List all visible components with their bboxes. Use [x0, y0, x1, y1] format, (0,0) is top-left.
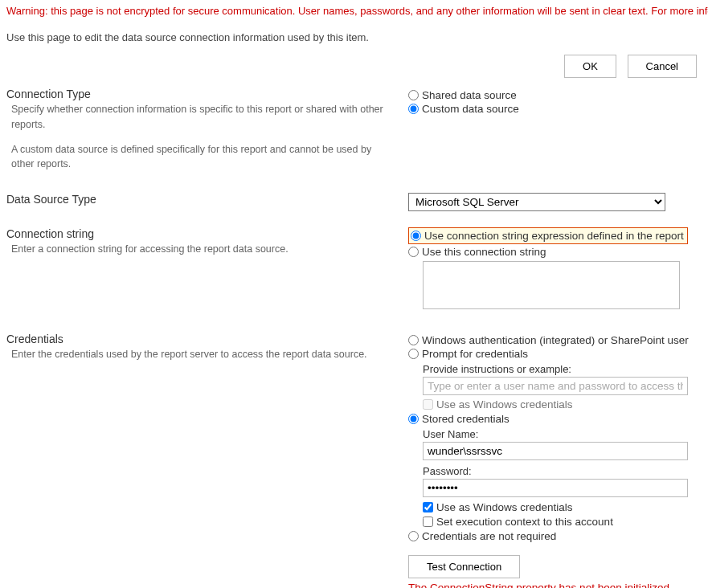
- custom-radio-input[interactable]: [408, 104, 419, 114]
- set-execution-context-checkbox-input[interactable]: [423, 517, 433, 527]
- credentials-not-required-radio-label: Credentials are not required: [422, 530, 556, 542]
- credentials-not-required-radio-input[interactable]: [408, 531, 419, 541]
- connection-type-title: Connection Type: [6, 88, 392, 100]
- shared-data-source-radio[interactable]: Shared data source: [408, 89, 702, 101]
- prompt-instructions-label: Provide instructions or example:: [423, 363, 702, 375]
- username-input[interactable]: [423, 442, 688, 460]
- prompt-instructions-input[interactable]: [423, 377, 688, 395]
- connection-string-textarea[interactable]: [423, 261, 680, 309]
- connection-string-desc: Enter a connection string for accessing …: [6, 242, 392, 257]
- conn-expression-radio[interactable]: Use connection string expression defined…: [411, 230, 684, 242]
- stored-use-windows-checkbox-input[interactable]: [423, 502, 433, 512]
- shared-radio-label: Shared data source: [422, 89, 517, 101]
- conn-expression-radio-label: Use connection string expression defined…: [424, 230, 684, 242]
- data-source-type-select[interactable]: Microsoft SQL Server: [408, 193, 665, 211]
- prompt-credentials-radio-label: Prompt for credentials: [422, 348, 528, 360]
- password-input[interactable]: [423, 479, 688, 497]
- stored-use-windows-checkbox-label: Use as Windows credentials: [436, 501, 573, 513]
- password-label: Password:: [423, 465, 702, 477]
- test-connection-button[interactable]: Test Connection: [408, 555, 520, 578]
- stored-credentials-radio[interactable]: Stored credentials: [408, 413, 702, 425]
- stored-credentials-radio-label: Stored credentials: [422, 413, 510, 425]
- shared-radio-input[interactable]: [408, 90, 419, 100]
- windows-auth-radio-label: Windows authentication (integrated) or S…: [422, 334, 689, 346]
- conn-expression-radio-input[interactable]: [411, 231, 421, 241]
- stored-credentials-radio-input[interactable]: [408, 414, 419, 424]
- error-message: The ConnectionString property has not be…: [408, 582, 702, 588]
- custom-radio-label: Custom data source: [422, 103, 519, 115]
- windows-auth-radio-input[interactable]: [408, 335, 419, 345]
- connection-type-desc: Specify whether connection information i…: [6, 102, 392, 133]
- prompt-use-windows-checkbox-input[interactable]: [423, 399, 433, 410]
- custom-data-source-radio[interactable]: Custom data source: [408, 103, 702, 115]
- conn-use-this-radio-label: Use this connection string: [422, 246, 546, 258]
- conn-string-expression-highlight: Use connection string expression defined…: [408, 227, 688, 244]
- conn-use-this-radio-input[interactable]: [408, 247, 419, 257]
- prompt-use-windows-checkbox[interactable]: Use as Windows credentials: [423, 398, 702, 410]
- set-execution-context-checkbox-label: Set execution context to this account: [436, 516, 613, 528]
- prompt-use-windows-checkbox-label: Use as Windows credentials: [436, 398, 573, 410]
- connection-string-title: Connection string: [6, 227, 392, 240]
- warning-banner: Warning: this page is not encrypted for …: [0, 0, 708, 20]
- intro-text: Use this page to edit the data source co…: [0, 20, 708, 48]
- top-button-row: OK Cancel: [0, 48, 708, 84]
- credentials-not-required-radio[interactable]: Credentials are not required: [408, 530, 702, 542]
- ok-button-top[interactable]: OK: [564, 55, 616, 78]
- username-label: User Name:: [423, 428, 702, 440]
- credentials-title: Credentials: [6, 333, 392, 345]
- set-execution-context-checkbox[interactable]: Set execution context to this account: [423, 516, 702, 528]
- conn-use-this-radio[interactable]: Use this connection string: [408, 246, 702, 258]
- stored-use-windows-checkbox[interactable]: Use as Windows credentials: [423, 501, 702, 513]
- cancel-button-top[interactable]: Cancel: [628, 55, 697, 78]
- credentials-desc: Enter the credentials used by the report…: [6, 347, 392, 362]
- windows-auth-radio[interactable]: Windows authentication (integrated) or S…: [408, 334, 702, 346]
- prompt-credentials-radio[interactable]: Prompt for credentials: [408, 348, 702, 360]
- prompt-credentials-radio-input[interactable]: [408, 349, 419, 359]
- data-source-type-title: Data Source Type: [6, 193, 392, 206]
- connection-type-note: A custom data source is defined specific…: [6, 142, 392, 173]
